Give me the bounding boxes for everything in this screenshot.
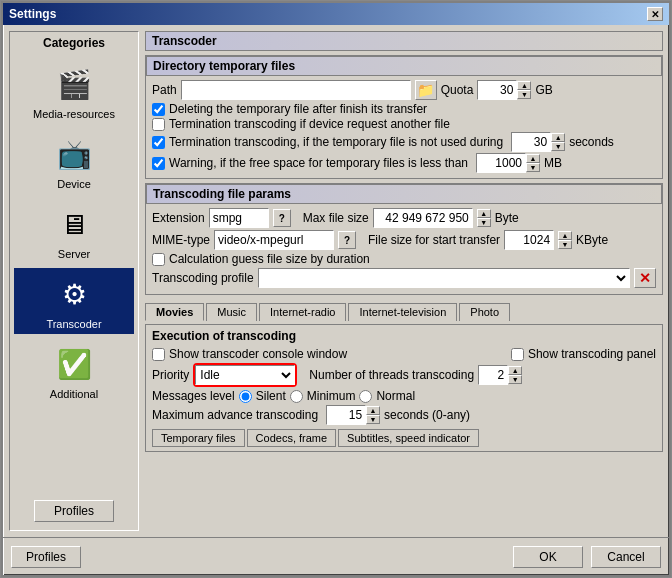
bottom-tab-temp[interactable]: Temporary files bbox=[152, 429, 245, 447]
normal-radio[interactable] bbox=[359, 390, 372, 403]
folder-button[interactable]: 📁 bbox=[415, 80, 437, 100]
profiles-button[interactable]: Profiles bbox=[34, 500, 114, 522]
silent-radio[interactable] bbox=[239, 390, 252, 403]
startsize-input[interactable] bbox=[504, 230, 554, 250]
path-row: Path 📁 Quota ▲ ▼ GB bbox=[152, 80, 656, 100]
cancel-button[interactable]: Cancel bbox=[591, 546, 661, 568]
cb4-checkbox[interactable] bbox=[152, 157, 165, 170]
tab-movies[interactable]: Movies bbox=[145, 303, 204, 321]
cb4-input[interactable] bbox=[476, 153, 526, 173]
file-params-header: Transcoding file params bbox=[146, 184, 662, 204]
advance-input[interactable] bbox=[326, 405, 366, 425]
mime-help-btn[interactable]: ? bbox=[338, 231, 356, 249]
server-icon: 🖥 bbox=[49, 202, 99, 246]
sidebar-item-additional[interactable]: ✅ Additional bbox=[14, 338, 134, 404]
window-title: Settings bbox=[9, 7, 56, 21]
advance-down-btn[interactable]: ▼ bbox=[366, 415, 380, 424]
path-input[interactable] bbox=[181, 80, 411, 100]
mime-label: MIME-type bbox=[152, 233, 210, 247]
transcoder-header: Transcoder bbox=[145, 31, 663, 51]
startsize-unit: KByte bbox=[576, 233, 608, 247]
messages-row: Messages level Silent Minimum Normal bbox=[152, 389, 656, 403]
cb1-row: Deleting the temporary file after finish… bbox=[152, 102, 656, 116]
profiles-footer-button[interactable]: Profiles bbox=[11, 546, 81, 568]
ext-help-btn[interactable]: ? bbox=[273, 209, 291, 227]
main-content: Categories 🎬 Media-resources 📺 Device 🖥 … bbox=[3, 25, 669, 537]
bottom-tabs: Temporary files Codecs, frame Subtitles,… bbox=[152, 429, 656, 447]
media-resources-icon: 🎬 bbox=[49, 62, 99, 106]
threads-spin-buttons: ▲ ▼ bbox=[508, 366, 522, 384]
ext-input[interactable] bbox=[209, 208, 269, 228]
cb3-label: Termination transcoding, if the temporar… bbox=[169, 135, 503, 149]
cb4-unit: MB bbox=[544, 156, 562, 170]
threads-down-btn[interactable]: ▼ bbox=[508, 375, 522, 384]
maxsize-down-btn[interactable]: ▼ bbox=[477, 218, 491, 227]
cb3-down-btn[interactable]: ▼ bbox=[551, 142, 565, 151]
tab-music[interactable]: Music bbox=[206, 303, 257, 321]
minimum-radio[interactable] bbox=[290, 390, 303, 403]
profile-delete-btn[interactable]: ✕ bbox=[634, 268, 656, 288]
cb3-checkbox[interactable] bbox=[152, 136, 165, 149]
ext-row: Extension ? Max file size ▲ ▼ Byte bbox=[152, 208, 656, 228]
dir-temp-section: Directory temporary files Path 📁 Quota ▲… bbox=[145, 55, 663, 179]
messages-label: Messages level bbox=[152, 389, 235, 403]
advance-label: Maximum advance transcoding bbox=[152, 408, 318, 422]
quota-up-btn[interactable]: ▲ bbox=[517, 81, 531, 90]
maxsize-unit: Byte bbox=[495, 211, 519, 225]
priority-select[interactable]: Idle Normal High Realtime bbox=[195, 365, 295, 385]
cb3-up-btn[interactable]: ▲ bbox=[551, 133, 565, 142]
advance-spin: ▲ ▼ bbox=[326, 405, 380, 425]
cb1-checkbox[interactable] bbox=[152, 103, 165, 116]
calc-checkbox[interactable] bbox=[152, 253, 165, 266]
quota-spin-buttons: ▲ ▼ bbox=[517, 81, 531, 99]
show-panel-checkbox[interactable] bbox=[511, 348, 524, 361]
cb3-input[interactable] bbox=[511, 132, 551, 152]
tab-photo[interactable]: Photo bbox=[459, 303, 510, 321]
sidebar-item-media-resources[interactable]: 🎬 Media-resources bbox=[14, 58, 134, 124]
sidebar-item-transcoder[interactable]: ⚙ Transcoder bbox=[14, 268, 134, 334]
cb2-label: Termination transcoding if device reques… bbox=[169, 117, 450, 131]
startsize-up-btn[interactable]: ▲ bbox=[558, 231, 572, 240]
mime-input[interactable] bbox=[214, 230, 334, 250]
bottom-tab-codecs[interactable]: Codecs, frame bbox=[247, 429, 337, 447]
sidebar-label-device: Device bbox=[57, 178, 91, 190]
execution-section: Execution of transcoding Show transcoder… bbox=[145, 324, 663, 452]
ok-button[interactable]: OK bbox=[513, 546, 583, 568]
quota-input[interactable] bbox=[477, 80, 517, 100]
tab-internet-television[interactable]: Internet-television bbox=[348, 303, 457, 321]
sidebar-item-server[interactable]: 🖥 Server bbox=[14, 198, 134, 264]
cb2-checkbox[interactable] bbox=[152, 118, 165, 131]
cb3-spin: ▲ ▼ bbox=[511, 132, 565, 152]
priority-row: Priority Idle Normal High Realtime Numbe… bbox=[152, 363, 656, 387]
cb4-down-btn[interactable]: ▼ bbox=[526, 163, 540, 172]
cb4-up-btn[interactable]: ▲ bbox=[526, 154, 540, 163]
advance-spin-buttons: ▲ ▼ bbox=[366, 406, 380, 424]
main-panel: Transcoder Directory temporary files Pat… bbox=[145, 31, 663, 531]
tab-internet-radio[interactable]: Internet-radio bbox=[259, 303, 346, 321]
sidebar: Categories 🎬 Media-resources 📺 Device 🖥 … bbox=[9, 31, 139, 531]
mime-row: MIME-type ? File size for start transfer… bbox=[152, 230, 656, 250]
sidebar-item-device[interactable]: 📺 Device bbox=[14, 128, 134, 194]
bottom-tab-subtitles[interactable]: Subtitles, speed indicator bbox=[338, 429, 479, 447]
profile-select[interactable] bbox=[258, 268, 630, 288]
close-button[interactable]: ✕ bbox=[647, 7, 663, 21]
threads-label: Number of threads transcoding bbox=[309, 368, 474, 382]
threads-up-btn[interactable]: ▲ bbox=[508, 366, 522, 375]
dir-temp-header: Directory temporary files bbox=[146, 56, 662, 76]
silent-label: Silent bbox=[256, 389, 286, 403]
gb-label: GB bbox=[535, 83, 552, 97]
cb3-row: Termination transcoding, if the temporar… bbox=[152, 132, 656, 152]
threads-input[interactable] bbox=[478, 365, 508, 385]
priority-label: Priority bbox=[152, 368, 189, 382]
maxsize-input[interactable] bbox=[373, 208, 473, 228]
quota-down-btn[interactable]: ▼ bbox=[517, 90, 531, 99]
startsize-down-btn[interactable]: ▼ bbox=[558, 240, 572, 249]
title-bar: Settings ✕ bbox=[3, 3, 669, 25]
quota-label: Quota bbox=[441, 83, 474, 97]
ext-label: Extension bbox=[152, 211, 205, 225]
advance-up-btn[interactable]: ▲ bbox=[366, 406, 380, 415]
cb4-spin: ▲ ▼ bbox=[476, 153, 540, 173]
maxsize-up-btn[interactable]: ▲ bbox=[477, 209, 491, 218]
show-console-checkbox[interactable] bbox=[152, 348, 165, 361]
quota-spin: ▲ ▼ bbox=[477, 80, 531, 100]
